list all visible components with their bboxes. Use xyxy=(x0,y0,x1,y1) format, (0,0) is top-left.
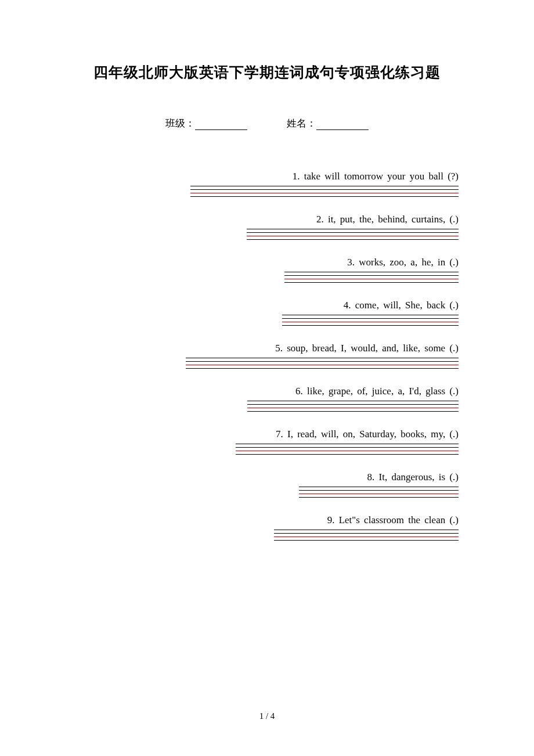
answer-line xyxy=(190,186,459,188)
answer-lines[interactable] xyxy=(75,401,459,415)
answer-lines[interactable] xyxy=(75,272,459,286)
answer-line xyxy=(299,497,459,499)
answer-line xyxy=(186,368,459,370)
class-blank[interactable] xyxy=(195,129,247,130)
question-text: 2. it, put, the, behind, curtains, (.) xyxy=(75,214,459,225)
answer-line xyxy=(236,451,459,453)
question-text: 5. soup, bread, I, would, and, like, som… xyxy=(75,343,459,354)
question-7: 7. I, read, will, on, Saturday, books, m… xyxy=(75,429,459,458)
answer-line xyxy=(186,365,459,367)
answer-line xyxy=(282,322,459,324)
class-label: 班级： xyxy=(165,118,195,129)
answer-line xyxy=(282,315,459,317)
answer-line xyxy=(247,229,459,231)
answer-line xyxy=(247,239,459,242)
questions-container: 1. take will tomorrow your you ball (?)2… xyxy=(75,171,459,543)
answer-line xyxy=(274,530,459,532)
answer-lines[interactable] xyxy=(75,315,459,329)
answer-line xyxy=(190,189,459,192)
question-6: 6. like, grape, of, juice, a, I'd, glass… xyxy=(75,386,459,415)
question-1: 1. take will tomorrow your you ball (?) xyxy=(75,171,459,200)
answer-line xyxy=(247,232,459,235)
answer-lines[interactable] xyxy=(75,229,459,243)
answer-line xyxy=(236,444,459,446)
question-text: 7. I, read, will, on, Saturday, books, m… xyxy=(75,429,459,440)
question-text: 8. It, dangerous, is (.) xyxy=(75,471,459,483)
answer-line xyxy=(274,533,459,535)
question-text: 3. works, zoo, a, he, in (.) xyxy=(75,257,459,268)
answer-line xyxy=(299,487,459,489)
answer-line xyxy=(282,318,459,321)
answer-line xyxy=(247,404,459,406)
answer-line xyxy=(247,236,459,238)
answer-line xyxy=(299,490,459,492)
answer-line xyxy=(284,282,459,285)
answer-lines[interactable] xyxy=(75,186,459,200)
page-number: 1 / 4 xyxy=(0,711,534,721)
page-title: 四年级北师大版英语下学期连词成句专项强化练习题 xyxy=(75,63,459,82)
answer-line xyxy=(284,272,459,274)
answer-line xyxy=(282,325,459,327)
question-3: 3. works, zoo, a, he, in (.) xyxy=(75,257,459,286)
question-8: 8. It, dangerous, is (.) xyxy=(75,471,459,501)
answer-line xyxy=(284,275,459,278)
question-text: 9. Let"s classroom the clean (.) xyxy=(75,514,459,526)
answer-line xyxy=(236,447,459,449)
answer-line xyxy=(299,494,459,496)
question-4: 4. come, will, She, back (.) xyxy=(75,300,459,329)
question-9: 9. Let"s classroom the clean (.) xyxy=(75,514,459,543)
answer-lines[interactable] xyxy=(75,444,459,458)
answer-line xyxy=(247,411,459,413)
answer-line xyxy=(186,361,459,363)
answer-lines[interactable] xyxy=(75,487,459,501)
answer-line xyxy=(247,401,459,403)
question-5: 5. soup, bread, I, would, and, like, som… xyxy=(75,343,459,372)
question-2: 2. it, put, the, behind, curtains, (.) xyxy=(75,214,459,243)
answer-line xyxy=(247,408,459,410)
answer-line xyxy=(236,454,459,456)
question-text: 6. like, grape, of, juice, a, I'd, glass… xyxy=(75,386,459,397)
answer-line xyxy=(190,193,459,195)
name-blank[interactable] xyxy=(316,129,369,130)
question-text: 1. take will tomorrow your you ball (?) xyxy=(75,171,459,182)
answer-line xyxy=(186,358,459,360)
answer-line xyxy=(190,196,459,199)
name-label: 姓名： xyxy=(287,118,316,129)
answer-line xyxy=(274,540,459,542)
student-info-row: 班级： 姓名： xyxy=(75,117,459,130)
answer-lines[interactable] xyxy=(75,358,459,372)
answer-line xyxy=(274,537,459,539)
answer-line xyxy=(284,279,459,281)
answer-lines[interactable] xyxy=(75,530,459,543)
question-text: 4. come, will, She, back (.) xyxy=(75,300,459,311)
